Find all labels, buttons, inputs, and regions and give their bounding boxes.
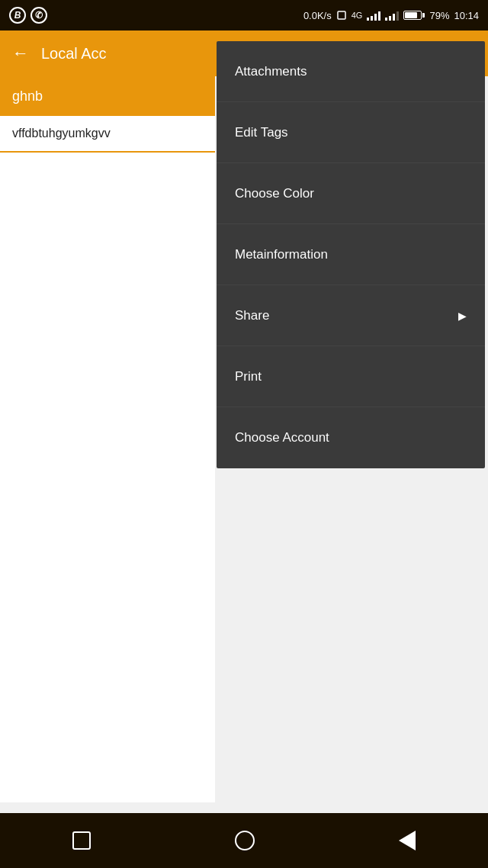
clock: 10:14 <box>454 10 479 21</box>
status-bar-left: B ✆ <box>9 7 47 24</box>
back-nav-icon <box>399 831 416 850</box>
menu-item-print[interactable]: Print <box>217 346 485 407</box>
home-button[interactable] <box>235 831 255 850</box>
home-icon <box>235 831 255 850</box>
back-nav-button[interactable] <box>399 831 416 850</box>
back-button[interactable]: ← <box>12 43 29 63</box>
status-bar: B ✆ 0.0K/s 4G 79% 10:14 <box>0 0 488 31</box>
network-speed: 0.0K/s <box>303 10 332 21</box>
signal-bars-2 <box>385 10 399 21</box>
menu-item-share[interactable]: Share ▶ <box>217 285 485 346</box>
bitcoin-icon: B <box>9 7 26 24</box>
note-title-bar: ghnb <box>0 76 215 116</box>
battery-percent: 79% <box>429 10 449 21</box>
status-bar-right: 0.0K/s 4G 79% 10:14 <box>303 10 479 21</box>
whatsapp-icon: ✆ <box>30 7 47 24</box>
menu-item-edit-tags[interactable]: Edit Tags <box>217 102 485 163</box>
menu-item-choose-color[interactable]: Choose Color <box>217 163 485 224</box>
recent-apps-button[interactable] <box>72 831 91 850</box>
signal-bars <box>367 10 380 21</box>
note-title: ghnb <box>12 88 43 104</box>
svg-rect-0 <box>338 11 345 19</box>
note-content-area: vffdbtuhgyumkgvv <box>0 116 215 802</box>
network-type: 4G <box>352 11 363 20</box>
phone-icon <box>336 10 347 21</box>
menu-item-choose-account[interactable]: Choose Account <box>217 407 485 468</box>
submenu-arrow-icon: ▶ <box>458 310 467 322</box>
menu-item-attachments[interactable]: Attachments <box>217 41 485 102</box>
battery-indicator <box>403 11 425 20</box>
recent-apps-icon <box>72 831 91 850</box>
note-content-text: vffdbtuhgyumkgvv <box>12 127 111 140</box>
bottom-navigation <box>0 813 488 868</box>
context-menu: Attachments Edit Tags Choose Color Metai… <box>217 41 485 468</box>
menu-item-metainformation[interactable]: Metainformation <box>217 224 485 285</box>
header-title: Local Acc <box>41 45 107 63</box>
